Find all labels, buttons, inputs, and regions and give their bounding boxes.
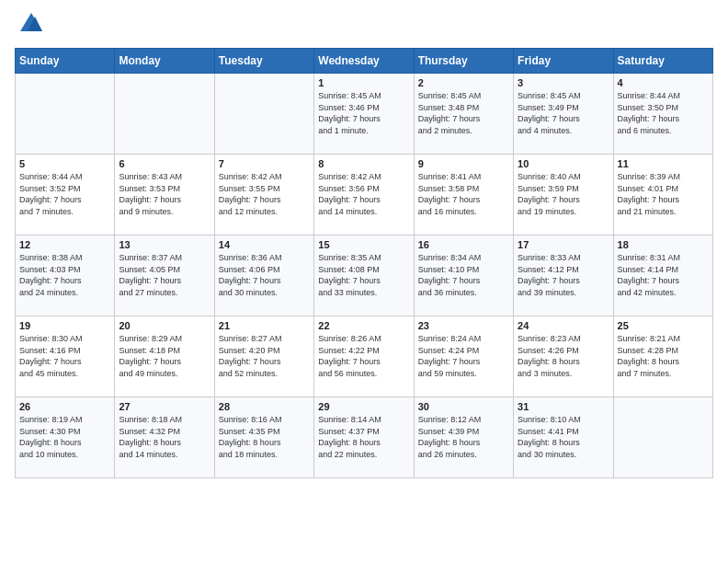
day-number: 17 (518, 239, 609, 250)
week-row-1: 1Sunrise: 8:45 AM Sunset: 3:46 PM Daylig… (16, 74, 713, 155)
day-number: 11 (618, 158, 709, 169)
day-detail: Sunrise: 8:42 AM Sunset: 3:55 PM Dayligh… (219, 171, 310, 217)
day-number: 28 (219, 401, 310, 412)
day-detail: Sunrise: 8:10 AM Sunset: 4:41 PM Dayligh… (518, 414, 609, 460)
day-detail: Sunrise: 8:45 AM Sunset: 3:46 PM Dayligh… (318, 90, 409, 136)
day-number: 12 (19, 239, 110, 250)
day-number: 4 (618, 77, 709, 88)
day-detail: Sunrise: 8:43 AM Sunset: 3:53 PM Dayligh… (119, 171, 210, 217)
day-cell: 21Sunrise: 8:27 AM Sunset: 4:20 PM Dayli… (214, 316, 313, 397)
day-detail: Sunrise: 8:29 AM Sunset: 4:18 PM Dayligh… (119, 333, 210, 379)
day-number: 21 (219, 320, 310, 331)
day-detail: Sunrise: 8:21 AM Sunset: 4:28 PM Dayligh… (618, 333, 709, 379)
day-detail: Sunrise: 8:45 AM Sunset: 3:49 PM Dayligh… (518, 90, 609, 136)
day-detail: Sunrise: 8:37 AM Sunset: 4:05 PM Dayligh… (119, 252, 210, 298)
day-cell: 7Sunrise: 8:42 AM Sunset: 3:55 PM Daylig… (214, 155, 313, 236)
day-number: 27 (119, 401, 210, 412)
day-cell: 19Sunrise: 8:30 AM Sunset: 4:16 PM Dayli… (16, 316, 115, 397)
day-detail: Sunrise: 8:44 AM Sunset: 3:52 PM Dayligh… (19, 171, 110, 217)
day-cell: 1Sunrise: 8:45 AM Sunset: 3:46 PM Daylig… (314, 74, 414, 155)
day-cell: 27Sunrise: 8:18 AM Sunset: 4:32 PM Dayli… (115, 397, 214, 478)
day-detail: Sunrise: 8:36 AM Sunset: 4:06 PM Dayligh… (219, 252, 310, 298)
logo-icon (18, 11, 44, 37)
day-cell: 24Sunrise: 8:23 AM Sunset: 4:26 PM Dayli… (514, 316, 613, 397)
day-number: 14 (219, 239, 310, 250)
day-cell: 8Sunrise: 8:42 AM Sunset: 3:56 PM Daylig… (314, 155, 414, 236)
day-cell: 15Sunrise: 8:35 AM Sunset: 4:08 PM Dayli… (314, 236, 414, 316)
day-cell: 20Sunrise: 8:29 AM Sunset: 4:18 PM Dayli… (115, 316, 214, 397)
day-detail: Sunrise: 8:35 AM Sunset: 4:08 PM Dayligh… (318, 252, 409, 298)
day-detail: Sunrise: 8:30 AM Sunset: 4:16 PM Dayligh… (19, 333, 110, 379)
day-cell: 6Sunrise: 8:43 AM Sunset: 3:53 PM Daylig… (115, 155, 214, 236)
day-detail: Sunrise: 8:41 AM Sunset: 3:58 PM Dayligh… (418, 171, 509, 217)
day-cell: 25Sunrise: 8:21 AM Sunset: 4:28 PM Dayli… (613, 316, 712, 397)
day-cell: 17Sunrise: 8:33 AM Sunset: 4:12 PM Dayli… (514, 236, 613, 316)
day-cell: 12Sunrise: 8:38 AM Sunset: 4:03 PM Dayli… (16, 236, 115, 316)
day-cell: 22Sunrise: 8:26 AM Sunset: 4:22 PM Dayli… (314, 316, 414, 397)
header-cell-tuesday: Tuesday (214, 49, 313, 74)
day-number: 20 (119, 320, 210, 331)
day-detail: Sunrise: 8:38 AM Sunset: 4:03 PM Dayligh… (19, 252, 110, 298)
day-number: 5 (19, 158, 110, 169)
calendar-header: SundayMondayTuesdayWednesdayThursdayFrid… (16, 49, 713, 74)
day-cell (115, 74, 214, 155)
calendar-body: 1Sunrise: 8:45 AM Sunset: 3:46 PM Daylig… (16, 74, 713, 478)
page-header (15, 15, 713, 37)
header-cell-monday: Monday (115, 49, 214, 74)
day-cell: 13Sunrise: 8:37 AM Sunset: 4:05 PM Dayli… (115, 236, 214, 316)
week-row-3: 12Sunrise: 8:38 AM Sunset: 4:03 PM Dayli… (16, 236, 713, 316)
day-number: 10 (518, 158, 609, 169)
day-cell: 4Sunrise: 8:44 AM Sunset: 3:50 PM Daylig… (613, 74, 712, 155)
day-cell: 28Sunrise: 8:16 AM Sunset: 4:35 PM Dayli… (214, 397, 313, 478)
day-cell: 26Sunrise: 8:19 AM Sunset: 4:30 PM Dayli… (16, 397, 115, 478)
day-number: 31 (518, 401, 609, 412)
day-detail: Sunrise: 8:24 AM Sunset: 4:24 PM Dayligh… (418, 333, 509, 379)
day-detail: Sunrise: 8:39 AM Sunset: 4:01 PM Dayligh… (618, 171, 709, 217)
day-cell: 31Sunrise: 8:10 AM Sunset: 4:41 PM Dayli… (514, 397, 613, 478)
day-detail: Sunrise: 8:14 AM Sunset: 4:37 PM Dayligh… (318, 414, 409, 460)
day-number: 9 (418, 158, 509, 169)
day-detail: Sunrise: 8:23 AM Sunset: 4:26 PM Dayligh… (518, 333, 609, 379)
day-number: 16 (418, 239, 509, 250)
day-detail: Sunrise: 8:12 AM Sunset: 4:39 PM Dayligh… (418, 414, 509, 460)
day-cell: 30Sunrise: 8:12 AM Sunset: 4:39 PM Dayli… (414, 397, 513, 478)
day-detail: Sunrise: 8:33 AM Sunset: 4:12 PM Dayligh… (518, 252, 609, 298)
day-cell: 16Sunrise: 8:34 AM Sunset: 4:10 PM Dayli… (414, 236, 513, 316)
day-detail: Sunrise: 8:45 AM Sunset: 3:48 PM Dayligh… (418, 90, 509, 136)
day-detail: Sunrise: 8:42 AM Sunset: 3:56 PM Dayligh… (318, 171, 409, 217)
day-cell: 5Sunrise: 8:44 AM Sunset: 3:52 PM Daylig… (16, 155, 115, 236)
day-number: 6 (119, 158, 210, 169)
week-row-5: 26Sunrise: 8:19 AM Sunset: 4:30 PM Dayli… (16, 397, 713, 478)
day-detail: Sunrise: 8:44 AM Sunset: 3:50 PM Dayligh… (618, 90, 709, 136)
day-detail: Sunrise: 8:16 AM Sunset: 4:35 PM Dayligh… (219, 414, 310, 460)
day-number: 25 (618, 320, 709, 331)
day-cell: 3Sunrise: 8:45 AM Sunset: 3:49 PM Daylig… (514, 74, 613, 155)
day-number: 13 (119, 239, 210, 250)
header-cell-friday: Friday (514, 49, 613, 74)
day-cell: 10Sunrise: 8:40 AM Sunset: 3:59 PM Dayli… (514, 155, 613, 236)
day-number: 22 (318, 320, 409, 331)
day-number: 2 (418, 77, 509, 88)
day-cell: 14Sunrise: 8:36 AM Sunset: 4:06 PM Dayli… (214, 236, 313, 316)
day-number: 24 (518, 320, 609, 331)
day-cell: 9Sunrise: 8:41 AM Sunset: 3:58 PM Daylig… (414, 155, 513, 236)
logo (15, 15, 44, 37)
header-row: SundayMondayTuesdayWednesdayThursdayFrid… (16, 49, 713, 74)
day-number: 8 (318, 158, 409, 169)
day-number: 19 (19, 320, 110, 331)
header-cell-thursday: Thursday (414, 49, 513, 74)
day-number: 3 (518, 77, 609, 88)
day-cell (214, 74, 313, 155)
calendar-table: SundayMondayTuesdayWednesdayThursdayFrid… (15, 48, 713, 478)
day-number: 1 (318, 77, 409, 88)
day-cell: 29Sunrise: 8:14 AM Sunset: 4:37 PM Dayli… (314, 397, 414, 478)
day-cell: 2Sunrise: 8:45 AM Sunset: 3:48 PM Daylig… (414, 74, 513, 155)
day-detail: Sunrise: 8:34 AM Sunset: 4:10 PM Dayligh… (418, 252, 509, 298)
day-detail: Sunrise: 8:31 AM Sunset: 4:14 PM Dayligh… (618, 252, 709, 298)
day-cell: 11Sunrise: 8:39 AM Sunset: 4:01 PM Dayli… (613, 155, 712, 236)
day-cell (613, 397, 712, 478)
day-number: 18 (618, 239, 709, 250)
day-number: 15 (318, 239, 409, 250)
day-number: 7 (219, 158, 310, 169)
day-number: 29 (318, 401, 409, 412)
